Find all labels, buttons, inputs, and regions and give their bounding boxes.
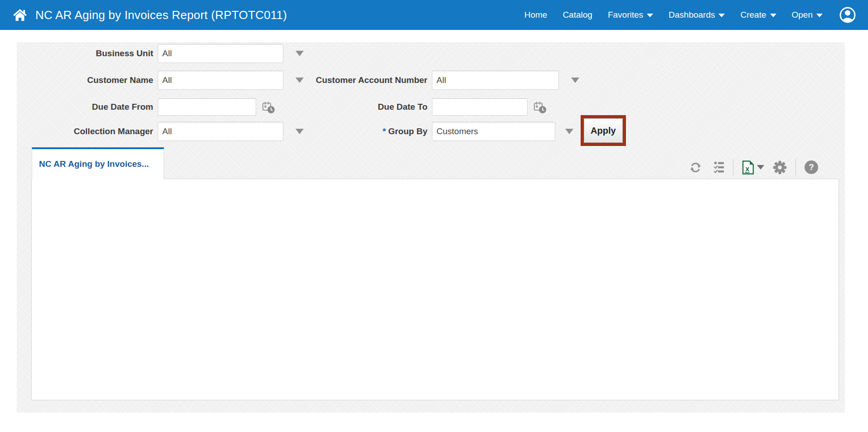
nav-dashboards[interactable]: Dashboards <box>669 10 725 20</box>
toolbar-separator <box>733 159 733 175</box>
chevron-down-icon <box>816 14 823 17</box>
due-date-from-label: Due Date From <box>17 102 158 112</box>
chevron-down-icon <box>647 14 653 17</box>
collection-manager-label: Collection Manager <box>17 126 158 136</box>
due-date-from-input[interactable] <box>158 98 256 116</box>
home-icon-glyph <box>13 9 27 21</box>
report-content-area <box>31 179 839 400</box>
nav-open[interactable]: Open <box>792 10 823 20</box>
collection-manager-input[interactable] <box>158 122 283 141</box>
export-dropdown-icon[interactable] <box>757 165 764 170</box>
parameters-list-icon[interactable] <box>711 161 724 174</box>
tab-nc-ar-aging-by-invoices[interactable]: NC AR Aging by Invoices... <box>32 147 164 179</box>
chevron-down-icon <box>770 14 776 17</box>
home-icon[interactable] <box>11 9 29 21</box>
group-by-input[interactable] <box>432 122 555 141</box>
user-avatar-icon[interactable] <box>839 6 856 25</box>
customer-account-number-input[interactable] <box>432 71 559 90</box>
chevron-down-icon <box>718 14 725 17</box>
nav-catalog[interactable]: Catalog <box>563 10 592 20</box>
customer-account-number-label: Customer Account Number <box>296 75 432 85</box>
customer-name-label: Customer Name <box>17 75 158 85</box>
apply-highlight-box: Apply <box>581 115 626 146</box>
due-date-to-datepicker-icon[interactable] <box>533 100 547 114</box>
due-date-from-datepicker-icon[interactable] <box>262 100 276 114</box>
nav-create[interactable]: Create <box>740 10 776 20</box>
svg-text:x: x <box>745 164 750 173</box>
due-date-to-input[interactable] <box>432 98 528 116</box>
nav-home[interactable]: Home <box>524 10 548 20</box>
business-unit-label: Business Unit <box>17 49 158 58</box>
report-toolbar: x ? <box>689 159 818 175</box>
header-nav: Home Catalog Favorites Dashboards Create… <box>524 0 823 30</box>
help-icon[interactable]: ? <box>805 160 818 174</box>
settings-gear-icon[interactable] <box>773 160 787 175</box>
customer-account-number-dropdown-icon[interactable] <box>571 78 579 83</box>
apply-button[interactable]: Apply <box>584 118 623 143</box>
refresh-icon[interactable] <box>689 161 702 174</box>
group-by-label: *Group By <box>296 126 432 136</box>
page-title: NC AR Aging by Invoices Report (RPTOTC01… <box>35 8 287 22</box>
filter-panel: Business Unit Customer Name Customer Acc… <box>17 42 845 413</box>
customer-name-input[interactable] <box>158 71 283 90</box>
business-unit-input[interactable] <box>158 44 283 63</box>
export-excel-icon[interactable]: x <box>742 160 764 175</box>
toolbar-separator <box>795 159 796 175</box>
group-by-dropdown-icon[interactable] <box>565 129 573 134</box>
business-unit-dropdown-icon[interactable] <box>296 51 304 56</box>
due-date-to-label: Due Date To <box>296 102 432 112</box>
nav-favorites[interactable]: Favorites <box>608 10 653 20</box>
tab-label: NC AR Aging by Invoices... <box>32 159 149 169</box>
required-marker: * <box>383 126 386 136</box>
app-header: NC AR Aging by Invoices Report (RPTOTC01… <box>0 0 868 30</box>
